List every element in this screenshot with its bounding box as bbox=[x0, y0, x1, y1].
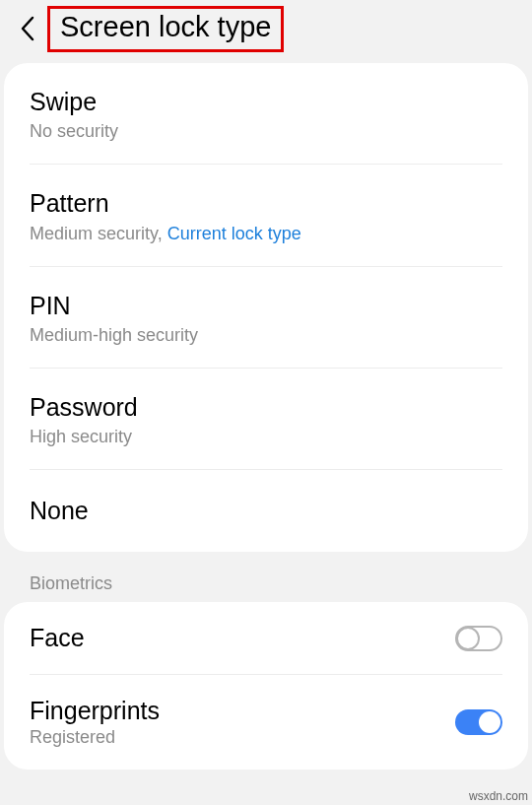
page-title: Screen lock type bbox=[60, 11, 271, 43]
title-highlight: Screen lock type bbox=[47, 6, 284, 52]
lock-type-password[interactable]: Password High security bbox=[30, 369, 502, 470]
face-toggle[interactable] bbox=[455, 626, 502, 651]
lock-type-pin[interactable]: PIN Medium-high security bbox=[30, 267, 502, 369]
lock-type-sub: Medium-high security bbox=[30, 325, 502, 346]
lock-type-pattern[interactable]: Pattern Medium security, Current lock ty… bbox=[30, 165, 502, 266]
biometric-fingerprints[interactable]: Fingerprints Registered bbox=[30, 675, 502, 770]
lock-type-title: PIN bbox=[30, 291, 502, 321]
lock-type-sub: High security bbox=[30, 427, 502, 447]
fingerprints-toggle[interactable] bbox=[455, 709, 502, 735]
biometrics-section-header: Biometrics bbox=[0, 552, 532, 602]
biometrics-card: Face Fingerprints Registered bbox=[4, 602, 528, 770]
biometric-title: Face bbox=[30, 624, 455, 652]
lock-type-title: Pattern bbox=[30, 188, 502, 219]
biometric-sub: Registered bbox=[30, 727, 455, 748]
back-button[interactable] bbox=[14, 15, 41, 42]
lock-type-title: Password bbox=[30, 392, 502, 423]
lock-type-sub: Medium security, Current lock type bbox=[30, 224, 502, 244]
current-lock-type-link[interactable]: Current lock type bbox=[167, 224, 301, 243]
watermark: wsxdn.com bbox=[469, 789, 528, 803]
chevron-left-icon bbox=[19, 15, 36, 42]
lock-type-swipe[interactable]: Swipe No security bbox=[30, 63, 502, 165]
biometric-face[interactable]: Face bbox=[30, 602, 502, 675]
biometric-title: Fingerprints bbox=[30, 697, 455, 725]
lock-type-title: Swipe bbox=[30, 87, 502, 117]
lock-type-sub: No security bbox=[30, 121, 502, 142]
lock-type-card: Swipe No security Pattern Medium securit… bbox=[4, 63, 528, 552]
app-bar: Screen lock type bbox=[0, 0, 532, 57]
lock-type-title: None bbox=[30, 496, 502, 526]
lock-type-none[interactable]: None bbox=[30, 470, 502, 552]
